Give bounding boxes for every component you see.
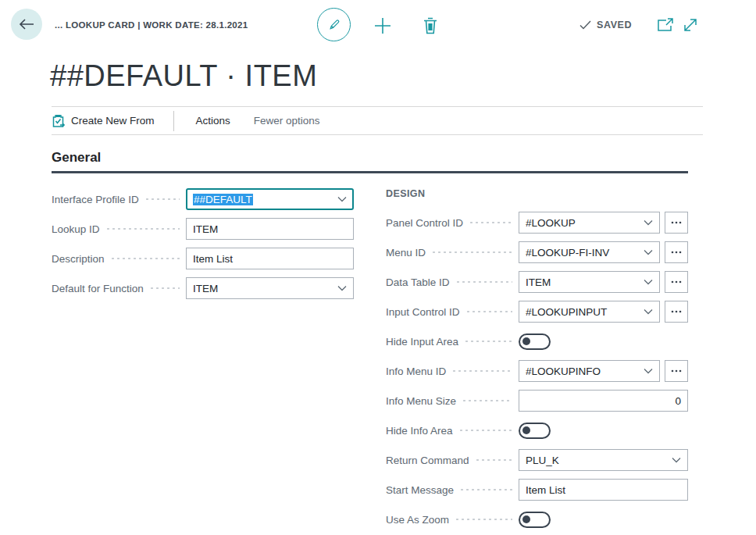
field-description: Description Item List — [52, 248, 354, 269]
field-input-control-id: Input Control ID #LOOKUPINPUT — [386, 301, 688, 323]
field-value: #LOOKUPINPUT — [526, 306, 607, 318]
field-label: Input Control ID — [386, 306, 460, 318]
field-info-menu-id: Info Menu ID #LOOKUPINFO — [386, 360, 688, 382]
ellipsis-icon — [671, 221, 682, 224]
chevron-down-icon[interactable] — [672, 457, 681, 463]
dotted-leader — [462, 400, 512, 401]
trash-icon — [422, 16, 439, 35]
dotted-leader — [149, 287, 180, 289]
edit-button[interactable] — [317, 8, 351, 41]
input-control-id-combobox[interactable]: #LOOKUPINPUT — [519, 301, 660, 323]
chevron-down-icon[interactable] — [337, 196, 347, 202]
field-value: ITEM — [193, 283, 218, 294]
general-section-rule — [52, 171, 688, 173]
ellipsis-icon — [671, 280, 682, 284]
actions-label: Actions — [196, 115, 230, 127]
field-label: Use As Zoom — [386, 514, 449, 526]
field-start-message: Start Message Item List — [386, 479, 688, 501]
dotted-leader — [458, 430, 512, 431]
ellipsis-icon — [671, 251, 682, 254]
description-input[interactable]: Item List — [186, 248, 354, 269]
chevron-down-icon[interactable] — [644, 368, 653, 374]
field-label: Info Menu ID — [386, 366, 446, 377]
info-menu-id-assist-button[interactable] — [665, 360, 688, 382]
chevron-down-icon[interactable] — [644, 279, 653, 285]
pencil-icon — [326, 17, 342, 33]
chevron-down-icon[interactable] — [644, 249, 653, 255]
field-data-table-id: Data Table ID ITEM — [386, 271, 688, 293]
interface-profile-id-combobox[interactable]: ##DEFAULT — [186, 188, 354, 210]
general-section-heading[interactable]: General — [52, 150, 756, 166]
new-button[interactable] — [373, 16, 393, 36]
clipboard-check-icon — [52, 114, 65, 128]
delete-button[interactable] — [421, 16, 440, 36]
data-table-id-combobox[interactable]: ITEM — [519, 271, 660, 293]
menu-id-assist-button[interactable] — [665, 241, 688, 263]
use-as-zoom-toggle[interactable] — [519, 512, 551, 528]
info-menu-size-input[interactable]: 0 — [519, 390, 688, 412]
chevron-down-icon[interactable] — [644, 219, 653, 226]
info-menu-id-combobox[interactable]: #LOOKUPINFO — [519, 360, 660, 382]
field-value: #LOOKUP-FI-INV — [526, 247, 609, 259]
save-status: SAVED — [579, 0, 632, 50]
field-label: Hide Info Area — [386, 425, 453, 437]
hide-info-area-toggle[interactable] — [519, 423, 551, 439]
panel-control-id-assist-button[interactable] — [665, 212, 688, 234]
toggle-knob — [522, 515, 530, 523]
back-button[interactable] — [11, 9, 42, 40]
dotted-leader — [459, 489, 512, 490]
field-lookup-id: Lookup ID ITEM — [52, 218, 354, 240]
field-menu-id: Menu ID #LOOKUP-FI-INV — [386, 241, 688, 263]
field-value: #LOOKUPINFO — [526, 366, 601, 377]
lookup-id-input[interactable]: ITEM — [186, 218, 354, 240]
field-label: Data Table ID — [386, 276, 450, 288]
dotted-leader — [469, 222, 512, 223]
return-command-combobox[interactable]: PLU_K — [519, 449, 688, 471]
dotted-leader — [110, 258, 180, 259]
dotted-leader — [451, 370, 512, 372]
field-value: 0 — [675, 395, 681, 407]
panel-control-id-combobox[interactable]: #LOOKUP — [519, 212, 660, 234]
check-icon — [579, 20, 591, 30]
breadcrumb[interactable]: ... LOOKUP CARD | WORK DATE: 28.1.2021 — [55, 0, 248, 50]
actions-menu-button[interactable]: Actions — [196, 115, 230, 127]
open-in-window-button[interactable] — [656, 16, 675, 34]
field-value: PLU_K — [526, 455, 559, 466]
fewer-options-label: Fewer options — [254, 115, 320, 127]
create-new-from-label: Create New From — [71, 115, 155, 127]
field-value: Item List — [193, 253, 233, 265]
dotted-leader — [455, 519, 512, 520]
field-panel-control-id: Panel Control ID #LOOKUP — [386, 212, 688, 234]
action-bar-divider — [173, 111, 174, 131]
field-label: Interface Profile ID — [52, 194, 139, 205]
data-table-id-assist-button[interactable] — [665, 271, 688, 293]
top-bar: ... LOOKUP CARD | WORK DATE: 28.1.2021 S… — [0, 0, 756, 50]
field-label: Default for Function — [52, 283, 144, 294]
field-default-for-function: Default for Function ITEM — [52, 277, 354, 299]
default-for-function-combobox[interactable]: ITEM — [186, 277, 354, 299]
field-info-menu-size: Info Menu Size 0 — [386, 390, 688, 412]
chevron-down-icon[interactable] — [644, 309, 653, 315]
field-value: ITEM — [193, 223, 218, 235]
field-value: #LOOKUP — [526, 217, 576, 229]
menu-id-combobox[interactable]: #LOOKUP-FI-INV — [519, 241, 660, 263]
hide-input-area-toggle[interactable] — [519, 333, 551, 350]
dotted-leader — [475, 459, 512, 461]
start-message-input[interactable]: Item List — [519, 479, 688, 501]
fullscreen-button[interactable] — [681, 16, 700, 34]
input-control-id-assist-button[interactable] — [665, 301, 688, 323]
dotted-leader — [465, 311, 512, 312]
field-value: ##DEFAULT — [193, 194, 253, 205]
dotted-leader — [431, 251, 512, 253]
ellipsis-icon — [671, 369, 682, 373]
field-label: Panel Control ID — [386, 217, 463, 229]
field-hide-info-area: Hide Info Area — [386, 419, 688, 441]
ellipsis-icon — [671, 310, 682, 313]
arrow-left-icon — [19, 19, 34, 30]
expand-diagonal-icon — [682, 16, 699, 34]
chevron-down-icon[interactable] — [337, 285, 347, 291]
toggle-knob — [522, 337, 530, 345]
field-label: Menu ID — [386, 247, 426, 259]
fewer-options-button[interactable]: Fewer options — [254, 115, 320, 127]
create-new-from-button[interactable]: Create New From — [52, 114, 155, 128]
